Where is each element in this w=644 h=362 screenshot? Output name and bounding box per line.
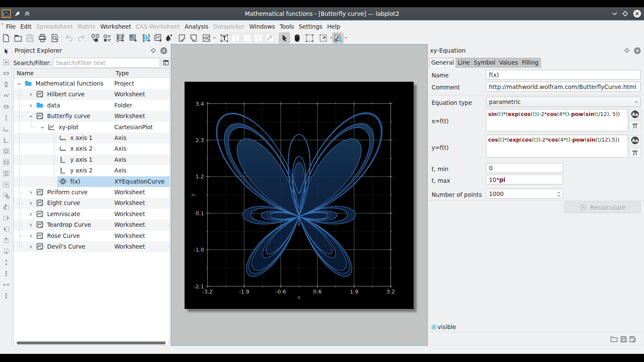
zoom-x-select-icon[interactable] <box>1 157 11 167</box>
tree-row-teardrop-curve[interactable]: Teardrop CurveWorksheet <box>14 220 170 230</box>
tab-values[interactable]: Values <box>497 58 520 68</box>
x-axis-icon[interactable] <box>1 124 11 134</box>
new-plot-dropdown-icon[interactable] <box>213 37 216 39</box>
shift-left-icon[interactable] <box>1 224 11 234</box>
tree-row-data[interactable]: dataFolder <box>14 100 170 111</box>
scrollbar-handle[interactable] <box>17 341 166 344</box>
tree-row-mathematical-functions[interactable]: Mathematical functionsProject <box>14 78 170 89</box>
search-input[interactable] <box>53 58 160 68</box>
tree-row-eight-curve[interactable]: Eight curveWorksheet <box>14 198 170 208</box>
expander-closed-icon[interactable] <box>29 212 33 217</box>
tab-line[interactable]: Line <box>456 58 471 68</box>
expander-closed-icon[interactable] <box>29 245 33 249</box>
number-of-points-spinbox[interactable]: 1000 <box>486 189 563 199</box>
scroll-right-icon[interactable]: › <box>168 341 170 345</box>
menu-tools[interactable]: Tools <box>277 22 296 31</box>
visible-checkbox-row[interactable]: visible <box>432 323 456 330</box>
recalculate-button[interactable]: Recalculate <box>564 202 641 213</box>
resize-vertical-icon[interactable] <box>1 80 11 89</box>
list-details-button[interactable] <box>102 33 113 44</box>
export-button[interactable] <box>188 33 199 44</box>
equation-type-combobox[interactable]: parametric <box>486 97 641 107</box>
open-folder-button[interactable] <box>12 33 24 44</box>
select-cursor-button[interactable] <box>279 33 290 44</box>
equation-curve-icon[interactable] <box>1 102 11 111</box>
select-region-button[interactable] <box>304 33 315 44</box>
tree-row-y-axis-1[interactable]: y axis 1Axis <box>14 154 170 165</box>
t-max-field[interactable]: 10*pi <box>486 175 563 184</box>
menu-help[interactable]: Help <box>325 22 343 31</box>
menu-windows[interactable]: Windows <box>247 22 277 31</box>
tab-filling[interactable]: Filling <box>520 58 541 68</box>
expander-closed-icon[interactable] <box>29 234 33 238</box>
new-plot-button[interactable] <box>201 33 212 44</box>
menu-worksheet[interactable]: Worksheet <box>98 22 133 31</box>
load-function-button[interactable] <box>610 335 618 344</box>
filter-options-button[interactable] <box>161 58 170 68</box>
menu-file[interactable]: File <box>4 22 18 31</box>
tab-general[interactable]: General <box>429 58 456 68</box>
new-matrix-button[interactable] <box>128 33 139 44</box>
tree-row-x-axis-2[interactable]: x axis 2Axis <box>14 143 170 154</box>
comment-field[interactable]: http://mathworld.wolfram.com/ButterflyCu… <box>486 82 641 92</box>
close-icon[interactable] <box>633 9 641 18</box>
expander-closed-icon[interactable] <box>29 190 33 195</box>
import-button[interactable] <box>176 33 188 44</box>
close-icon[interactable] <box>634 47 641 54</box>
expander-closed-icon[interactable] <box>29 104 33 108</box>
new-worksheet-button[interactable] <box>152 33 164 44</box>
zoom-one-button[interactable]: 1 <box>332 33 343 44</box>
float-icon[interactable] <box>624 48 629 53</box>
expander-open-icon[interactable] <box>17 82 21 86</box>
resize-horizontal-icon[interactable] <box>1 68 11 78</box>
tree-row-butterfly-curve[interactable]: Butterfly curveWorksheet <box>14 111 170 122</box>
chevron-down-icon[interactable] <box>612 12 617 15</box>
maximize-diamond-icon[interactable] <box>622 11 628 17</box>
zoom-fit-page-icon[interactable] <box>1 180 11 189</box>
cartesian-plot[interactable]: -3.2-1.9-0.60.61.93.23.42.31.20.1-1.0-2.… <box>185 82 414 309</box>
datapicker-button[interactable] <box>163 33 174 44</box>
zoom-y-select-icon[interactable] <box>1 169 11 178</box>
new-spreadsheet-button[interactable] <box>115 33 126 44</box>
zoom-select-icon[interactable] <box>1 146 11 156</box>
name-field[interactable]: f(x) <box>486 70 641 80</box>
scale-auto-x-icon[interactable] <box>1 269 11 278</box>
expander-closed-icon[interactable] <box>29 223 33 227</box>
worksheet-page[interactable]: -3.2-1.9-0.60.61.93.23.42.31.20.1-1.0-2.… <box>185 82 414 309</box>
y-axis-icon[interactable] <box>1 135 11 145</box>
functions-button[interactable] <box>629 148 641 158</box>
tree-row-xy-plot[interactable]: xy-plotCartesianPlot <box>14 122 170 133</box>
tree-row-lemniscate[interactable]: LemniscateWorksheet <box>14 209 170 220</box>
x-equation-field[interactable]: sin(t)*(exp(cos(t))-2*cos(4*t)-pow(sin(t… <box>486 109 628 131</box>
tree-row-y-axis-2[interactable]: y axis 2Axis <box>14 165 170 176</box>
cursor-arrow-icon[interactable] <box>1 46 11 56</box>
shift-up-icon[interactable] <box>1 235 11 245</box>
axis-vertical-icon[interactable] <box>1 113 11 122</box>
column-name[interactable]: Name <box>17 70 34 77</box>
text-label-button[interactable] <box>219 33 230 44</box>
constants-button[interactable]: Aa <box>629 135 641 145</box>
constants-button[interactable]: Aa <box>629 109 641 119</box>
arrows-horizontal-icon[interactable] <box>1 280 11 289</box>
t-min-field[interactable]: 0 <box>486 163 563 173</box>
expander-closed-icon[interactable] <box>29 201 33 205</box>
print-preview-button[interactable] <box>49 33 60 44</box>
float-icon[interactable] <box>151 48 156 53</box>
expander-open-icon[interactable] <box>29 114 33 119</box>
functions-button[interactable] <box>629 121 641 131</box>
select-edit-icon[interactable] <box>1 57 11 67</box>
column-type[interactable]: Type <box>116 70 129 77</box>
zoom-fit-button[interactable] <box>318 33 329 44</box>
new-document-button[interactable] <box>0 33 12 44</box>
print-button[interactable] <box>37 33 48 44</box>
tree-row-hilbert-curve[interactable]: Hilbert curveWorksheet <box>14 89 170 100</box>
save-function-button[interactable] <box>620 335 627 344</box>
zoom-in-box-icon[interactable] <box>1 191 11 200</box>
tree-row-x-axis-1[interactable]: x axis 1Axis <box>14 133 170 143</box>
menu-analysis[interactable]: Analysis <box>182 22 211 31</box>
tree-row-devil-s-curve[interactable]: Devil's CurveWorksheet <box>14 241 170 252</box>
new-workbook-button[interactable] <box>141 33 152 44</box>
zoom-out-box-icon[interactable] <box>1 202 11 211</box>
close-icon[interactable] <box>160 47 167 54</box>
shift-down-icon[interactable] <box>1 246 11 256</box>
